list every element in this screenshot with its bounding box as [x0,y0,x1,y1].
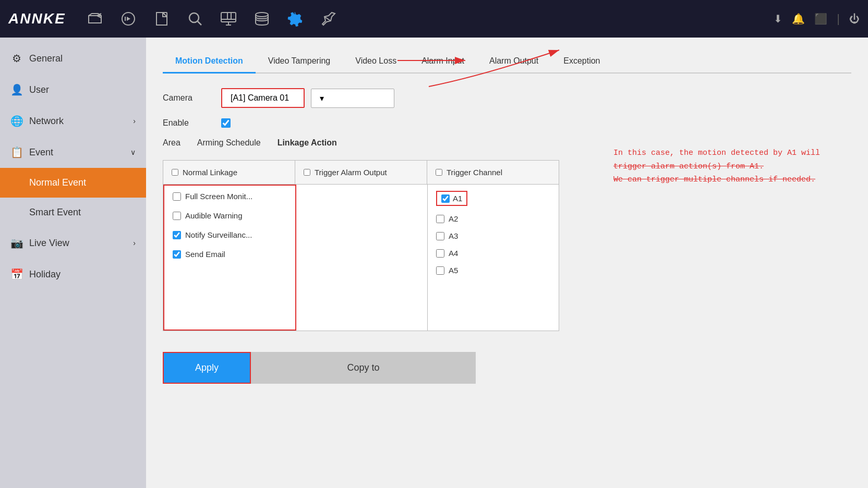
user-icon: 👤 [10,83,23,96]
channel-a3: A3 [436,231,550,240]
sidebar-item-normal-event[interactable]: Normal Event [0,168,146,198]
check-send-email: Send Email [173,250,287,259]
sidebar-item-smart-event-label: Smart Event [29,207,81,218]
power-icon[interactable]: ⏻ [849,13,860,25]
bell-icon[interactable]: 🔔 [792,13,805,25]
subtab-arming-schedule[interactable]: Arming Schedule [197,138,261,150]
channel-a5: A5 [436,266,550,275]
channel-a1-box: A1 [436,191,467,206]
notify-surveillance-checkbox[interactable] [173,231,181,239]
live-view-chevron-icon: › [133,239,136,247]
sidebar-item-holiday-label: Holiday [29,269,61,280]
file-nav-icon[interactable] [153,10,170,27]
audible-warning-checkbox[interactable] [173,212,181,220]
col-trigger-alarm: Trigger Alarm Output [295,161,427,184]
bottom-bar: Apply Copy to [163,352,476,384]
channel-a1: A1 [436,191,550,206]
normal-linkage-header-checkbox[interactable] [172,169,178,176]
channel-a1-label: A1 [453,194,462,203]
col-trigger-channel: Trigger Channel [427,161,559,184]
tab-video-tampering[interactable]: Video Tampering [256,50,343,74]
event-icon: 📋 [10,146,23,158]
tab-exception[interactable]: Exception [551,50,612,74]
audible-warning-label: Audible Warning [185,211,243,220]
topbar: ANNKE [0,0,868,38]
sidebar-item-live-view[interactable]: 📷 Live View › [0,227,146,259]
channel-a2-checkbox[interactable] [436,215,444,223]
svg-point-12 [256,13,268,17]
sidebar-item-event-label: Event [29,147,53,158]
enable-checkbox[interactable] [221,118,231,128]
enable-label: Enable [163,118,215,128]
apply-button[interactable]: Apply [163,352,251,384]
sidebar-item-normal-event-label: Normal Event [29,177,86,188]
check-audible-warning: Audible Warning [173,211,287,220]
channel-a3-label: A3 [449,231,458,240]
channel-a2: A2 [436,214,550,223]
normal-linkage-section: Full Screen Monit... Audible Warning Not… [163,185,296,331]
annotation-line3: We can trigger multiple channels if need… [613,173,820,187]
sidebar-item-general[interactable]: ⚙ General [0,43,146,74]
channel-a5-checkbox[interactable] [436,266,444,275]
subtab-area[interactable]: Area [163,138,180,150]
trigger-alarm-header-checkbox[interactable] [304,169,310,176]
send-email-label: Send Email [185,250,225,259]
channel-a2-label: A2 [449,214,458,223]
channel-a1-checkbox[interactable] [441,194,450,203]
subtab-linkage-action[interactable]: Linkage Action [278,138,337,150]
channel-a3-checkbox[interactable] [436,232,444,240]
send-email-checkbox[interactable] [173,250,181,259]
copy-to-button[interactable]: Copy to [251,352,476,384]
sidebar-item-user-label: User [29,84,49,95]
channel-a4-label: A4 [449,249,458,258]
playback-nav-icon[interactable] [120,10,137,27]
full-screen-checkbox[interactable] [173,192,181,201]
maintenance-nav-icon[interactable] [320,10,337,27]
topbar-right: ⬇ 🔔 ⬛ | ⏻ [774,12,860,26]
content-area: Motion Detection Video Tampering Video L… [146,38,868,488]
sidebar-item-network-label: Network [29,116,64,127]
check-notify-surveillance: Notify Surveillanc... [173,230,287,239]
sidebar: ⚙ General 👤 User 🌐 Network › 📋 Event ∨ N… [0,38,146,488]
sidebar-item-network[interactable]: 🌐 Network › [0,105,146,137]
check-full-screen: Full Screen Monit... [173,192,287,201]
camera-dropdown[interactable]: ▾ [311,89,394,108]
nav-icons [87,10,774,27]
svg-point-4 [189,13,199,22]
sidebar-item-event[interactable]: 📋 Event ∨ [0,137,146,168]
trigger-channel-section: A1 A2 A3 A4 [428,185,559,331]
sidebar-item-user[interactable]: 👤 User [0,74,146,105]
camera-value: [A1] Camera 01 [231,93,289,103]
linkage-body: Full Screen Monit... Audible Warning Not… [163,185,559,331]
channel-a4: A4 [436,249,550,258]
search-nav-icon[interactable] [187,10,203,27]
general-icon: ⚙ [10,52,23,65]
tab-motion-detection[interactable]: Motion Detection [163,50,256,74]
monitor-nav-icon[interactable] [220,10,237,27]
sidebar-item-holiday[interactable]: 📅 Holiday [0,259,146,290]
camera-nav-icon[interactable] [87,10,103,27]
settings-nav-icon[interactable] [287,10,304,27]
svg-line-5 [198,21,201,25]
storage-nav-icon[interactable] [254,10,270,27]
holiday-icon: 📅 [10,268,23,280]
enable-row: Enable [163,118,851,128]
trigger-channel-header-checkbox[interactable] [436,169,442,176]
trigger-alarm-section [296,185,428,331]
channel-a4-checkbox[interactable] [436,249,444,258]
network-chevron-icon: › [133,117,136,125]
sidebar-item-smart-event[interactable]: Smart Event [0,198,146,227]
display-icon[interactable]: ⬛ [814,13,827,25]
full-screen-label: Full Screen Monit... [185,192,252,201]
camera-label: Camera [163,93,215,103]
main-layout: ⚙ General 👤 User 🌐 Network › 📋 Event ∨ N… [0,38,868,488]
notify-surveillance-label: Notify Surveillanc... [185,230,252,239]
camera-select[interactable]: [A1] Camera 01 [221,88,305,108]
download-icon[interactable]: ⬇ [774,13,782,25]
logo: ANNKE [8,10,66,27]
annotation-line2: trigger alarm action(s) from A1. [613,160,820,174]
annotation-line1: In this case, the motion detected by A1 … [613,147,820,160]
linkage-header: Normal Linkage Trigger Alarm Output Trig… [163,161,559,185]
camera-row: Camera [A1] Camera 01 ▾ [163,88,851,108]
linkage-table: Normal Linkage Trigger Alarm Output Trig… [163,160,559,331]
